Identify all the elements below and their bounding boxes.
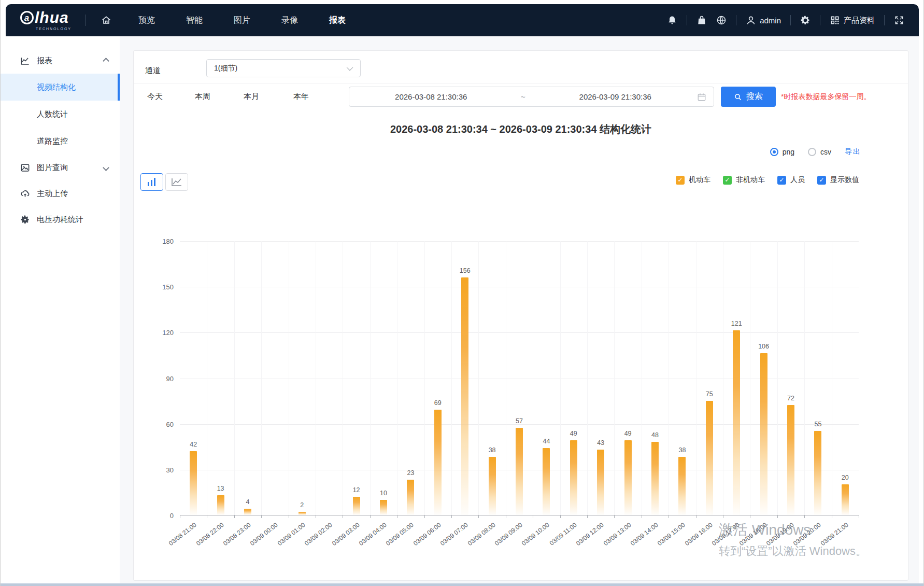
y-axis-tick-label: 120	[162, 329, 174, 337]
divider	[687, 15, 687, 25]
bar	[814, 431, 821, 515]
gridline	[614, 241, 615, 515]
chevron-down-icon	[103, 164, 109, 171]
bar	[842, 484, 849, 515]
navbar-right: admin 产品资料	[667, 15, 919, 25]
bar-value-label: 10	[380, 490, 387, 497]
x-axis-tick	[560, 515, 561, 518]
sidebar-item-video-structuring[interactable]: 视频结构化	[1, 74, 120, 101]
x-axis-tick	[642, 515, 642, 518]
bar-value-label: 49	[624, 430, 632, 437]
chart-line-icon	[20, 56, 30, 66]
gridline	[180, 379, 859, 379]
tab-reports[interactable]: 报表	[314, 4, 361, 36]
sidebar-item-picture-query[interactable]: 图片查询	[1, 155, 120, 180]
radio-csv[interactable]: csv	[808, 148, 831, 156]
y-axis-tick-label: 180	[162, 238, 174, 245]
channel-select[interactable]: 1(细节)	[206, 59, 361, 77]
quick-filter-today[interactable]: 今天	[147, 87, 163, 107]
x-axis-tick	[343, 515, 343, 518]
sidebar-item-voltage-power-stats[interactable]: 电压功耗统计	[1, 206, 120, 232]
home-button[interactable]	[90, 4, 123, 36]
dahua-logo: alhua TECHNOLOGY	[20, 10, 72, 31]
window-bottom-edge	[1, 583, 923, 586]
legend-show-values[interactable]: ✓ 显示数值	[817, 175, 859, 185]
notification-bell-icon[interactable]	[667, 15, 677, 25]
bar-value-label: 38	[489, 447, 496, 454]
logo-subtext: TECHNOLOGY	[36, 27, 72, 31]
sidebar-item-active-upload[interactable]: 主动上传	[1, 180, 120, 206]
tab-recording[interactable]: 录像	[266, 4, 314, 36]
cloud-upload-icon	[20, 189, 30, 199]
bar-value-label: 4	[246, 498, 250, 506]
bar-value-label: 42	[190, 441, 197, 448]
gridline	[343, 241, 343, 515]
x-axis-tick	[180, 515, 180, 518]
user-menu[interactable]: admin	[746, 15, 781, 25]
sidebar-item-reports[interactable]: 报表	[1, 48, 120, 74]
x-axis-tick	[587, 515, 588, 518]
sidebar-item-people-counting[interactable]: 人数统计	[1, 101, 120, 128]
legend-person[interactable]: ✓ 人员	[777, 175, 805, 185]
bar	[760, 353, 767, 515]
divider	[85, 15, 86, 26]
gridline	[750, 241, 750, 515]
tab-intelligence[interactable]: 智能	[170, 4, 218, 36]
checkbox-checked-icon: ✓	[676, 176, 685, 185]
legend-non-motor-vehicle[interactable]: ✓ 非机动车	[723, 175, 765, 185]
search-button[interactable]: 搜索	[721, 87, 776, 107]
bar-value-label: 57	[516, 417, 523, 425]
windows-activation-watermark-line2: 转到“设置”以激活 Windows。	[719, 543, 867, 559]
export-link[interactable]: 导出	[845, 147, 861, 157]
x-axis-tick	[316, 515, 316, 518]
legend-motor-vehicle[interactable]: ✓ 机动车	[676, 175, 710, 185]
bar	[706, 401, 713, 515]
checkbox-checked-icon: ✓	[777, 176, 786, 185]
bar-value-label: 72	[787, 395, 794, 402]
legend-label: 非机动车	[736, 175, 765, 185]
quick-filter-this-month[interactable]: 本月	[244, 87, 259, 107]
bar	[489, 457, 496, 515]
quick-filter-this-year[interactable]: 本年	[293, 87, 309, 107]
maintenance-bag-icon[interactable]	[696, 15, 707, 25]
report-card: 通道 1(细节) 今天 本周 本月 本年 2026-03-08 21:30:36…	[133, 50, 908, 581]
radio-png[interactable]: png	[770, 148, 794, 156]
gear-icon	[20, 215, 30, 225]
top-navbar: alhua TECHNOLOGY 预览 智能 图片 录像 报表 admin	[6, 4, 919, 36]
fullscreen-icon[interactable]	[894, 15, 904, 25]
gridline	[832, 241, 832, 515]
checkbox-checked-icon: ✓	[817, 176, 826, 185]
x-axis-tick	[451, 515, 452, 518]
bar-chart-toggle-button[interactable]	[140, 173, 163, 191]
line-chart-toggle-button[interactable]	[165, 173, 188, 191]
divider	[884, 15, 885, 25]
tab-preview[interactable]: 预览	[123, 4, 170, 36]
bar-value-label: 44	[543, 438, 550, 445]
sidebar-item-label: 主动上传	[37, 189, 68, 199]
date-range-picker[interactable]: 2026-03-08 21:30:36 ~ 2026-03-09 21:30:3…	[349, 87, 714, 107]
legend: ✓ 机动车 ✓ 非机动车 ✓ 人员 ✓ 显示数值	[676, 175, 859, 185]
gridline	[478, 241, 479, 515]
product-docs-label: 产品资料	[844, 16, 875, 25]
bar-value-label: 49	[570, 430, 577, 437]
start-datetime[interactable]: 2026-03-08 21:30:36	[349, 92, 513, 101]
product-docs-link[interactable]: 产品资料	[830, 15, 875, 25]
radio-dot	[808, 148, 816, 156]
language-globe-icon[interactable]	[716, 15, 727, 25]
quick-filter-this-week[interactable]: 本周	[195, 87, 210, 107]
user-icon	[746, 15, 756, 25]
x-axis-tick	[750, 515, 750, 518]
bar-value-label: 43	[597, 439, 604, 447]
nav-tabs: 预览 智能 图片 录像 报表	[90, 4, 361, 36]
chevron-down-icon	[347, 64, 353, 71]
end-datetime[interactable]: 2026-03-09 21:30:36	[534, 92, 698, 101]
sidebar-item-road-monitoring[interactable]: 道路监控	[1, 128, 120, 155]
settings-gear-icon[interactable]	[800, 15, 811, 25]
bar-value-label: 121	[731, 320, 742, 327]
gridline	[370, 241, 371, 515]
tab-pictures[interactable]: 图片	[218, 4, 266, 36]
bar-value-label: 12	[353, 486, 360, 494]
gridline	[180, 332, 859, 333]
gridline	[289, 241, 289, 515]
bar	[570, 440, 577, 515]
